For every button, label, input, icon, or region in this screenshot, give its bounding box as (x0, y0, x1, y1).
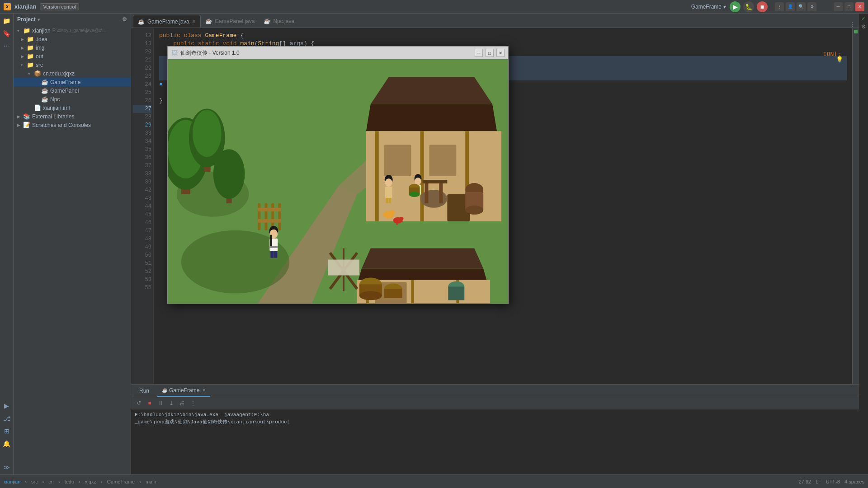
print-button[interactable]: 🖨 (178, 399, 186, 407)
tree-item-scratches[interactable]: ▶ 📝 Scratches and Consoles (14, 121, 131, 129)
gutter-indicator (854, 30, 858, 33)
game-minimize-button[interactable]: ─ (475, 49, 483, 57)
breadcrumb-xianjian[interactable]: xianjian (4, 479, 20, 484)
svg-rect-34 (411, 280, 414, 303)
game-maximize-button[interactable]: □ (486, 49, 494, 57)
chevron-down-icon: ▾ (38, 17, 40, 22)
more-button[interactable]: ⋮ (775, 2, 784, 11)
tree-item-gameframe[interactable]: ☕ GameFrame (14, 78, 131, 86)
breadcrumb-gameframe[interactable]: GameFrame (107, 479, 135, 484)
line-separator[interactable]: LF (816, 479, 821, 484)
arrow-icon: ▶ (21, 37, 25, 42)
tree-label: Scratches and Consoles (32, 122, 91, 128)
breadcrumb-src[interactable]: src (31, 479, 38, 484)
breadcrumb-tedu[interactable]: tedu (65, 479, 74, 484)
svg-point-61 (409, 192, 420, 197)
svg-rect-50 (270, 235, 272, 246)
breadcrumb-main[interactable]: main (146, 479, 156, 484)
git-icon[interactable]: ⎇ (1, 413, 12, 424)
version-control-button[interactable]: Version control (40, 3, 79, 10)
tab-close-icon[interactable]: ✕ (192, 19, 196, 24)
terminal-icon[interactable]: ⊞ (1, 426, 12, 436)
project-icon[interactable]: 📁 (1, 15, 12, 26)
editor-container: ☕ GameFrame.java ✕ ☕ GamePanel.java ☕ Np… (131, 14, 859, 474)
svg-rect-16 (264, 203, 267, 230)
run-button[interactable]: ▶ (730, 1, 741, 12)
breadcrumb-xjqxz[interactable]: xjqxz (85, 479, 96, 484)
game-scene-svg (168, 59, 508, 303)
code-area: 12 13 20 21 22 23 24 25 26 27 28 29 33 3… (131, 28, 859, 384)
checkmark-icon[interactable]: ✓ (861, 15, 866, 22)
close-button[interactable]: ✕ (855, 2, 864, 11)
terminal-line: E:\hadluo\jdk17\bin\java.exe -javaagent:… (135, 411, 855, 418)
tab-close-icon[interactable]: ✕ (202, 388, 206, 393)
bottom-panel: Run ☕ GameFrame ✕ ↺ ■ ⏸ ⤓ 🖨 ⋮ E:\hadluo\… (131, 384, 859, 474)
tree-item-gamepanel[interactable]: ☕ GamePanel (14, 86, 131, 95)
settings-button[interactable]: ⚙ (807, 2, 816, 11)
encoding[interactable]: UTF-8 (826, 479, 840, 484)
bookmarks-icon[interactable]: 🔖 (1, 28, 12, 39)
tree-item-src[interactable]: ▾ 📁 src (14, 61, 131, 69)
svg-rect-38 (425, 181, 428, 203)
svg-rect-73 (328, 260, 359, 276)
breadcrumb-sep: › (25, 479, 27, 484)
debug-button[interactable]: 🐛 (743, 1, 754, 12)
folder-icon: 📁 (23, 27, 30, 34)
right-gutter (852, 28, 859, 384)
suspend-button[interactable]: ⏸ (156, 399, 165, 407)
tab-bar: ☕ GameFrame.java ✕ ☕ GamePanel.java ☕ Np… (131, 14, 859, 28)
tree-item-iml[interactable]: 📄 xianjian.iml (14, 103, 131, 112)
java-file-icon: ☕ (41, 79, 48, 85)
tab-run[interactable]: Run (135, 385, 154, 397)
svg-rect-40 (423, 180, 448, 183)
tree-item-idea[interactable]: ▶ 📁 .idea (14, 35, 131, 43)
stop-button[interactable]: ■ (757, 1, 768, 12)
cursor-position[interactable]: 27:62 (798, 479, 811, 484)
sidebar-gear-icon[interactable]: ⚙ (122, 16, 127, 23)
svg-point-57 (415, 178, 421, 185)
tab-gameframe[interactable]: ☕ GameFrame.java ✕ (133, 15, 201, 28)
tree-item-extlib[interactable]: ▶ 📚 External Libraries (14, 112, 131, 121)
stop-button[interactable]: ■ (146, 399, 154, 407)
more-button[interactable]: ⋮ (189, 399, 197, 407)
tree-item-root[interactable]: ▾ 📁 xianjian E:\xianyu_game\java@x\... (14, 26, 131, 35)
svg-rect-20 (258, 219, 281, 223)
arrow-icon: ▾ (28, 71, 33, 76)
game-window-icon: 🖼 (171, 49, 178, 56)
toolbar-right: ⋮ 👤 🔍 ⚙ ─ □ ✕ (775, 2, 864, 11)
tree-item-package[interactable]: ▾ 📦 cn.tedu.xjqxz (14, 69, 131, 78)
game-window[interactable]: 🖼 仙剑奇侠传 - Version 1.0 ─ □ ✕ (167, 46, 509, 304)
tab-more-button[interactable]: ⋮ (848, 21, 857, 28)
tab-label: GameFrame.java (147, 19, 189, 25)
tree-item-img[interactable]: ▶ 📁 img (14, 43, 131, 52)
tree-item-out[interactable]: ▶ 📁 out (14, 52, 131, 61)
users-button[interactable]: 👤 (786, 2, 795, 11)
game-close-button[interactable]: ✕ (496, 49, 505, 57)
scroll-end-button[interactable]: ⤓ (167, 399, 175, 407)
tab-gameframe-run[interactable]: ☕ GameFrame ✕ (157, 385, 210, 397)
breadcrumb-sep: › (79, 479, 80, 484)
indent-info[interactable]: 4 spaces (844, 479, 864, 484)
event-log-icon[interactable]: 🔔 (1, 438, 12, 449)
svg-point-12 (193, 110, 222, 157)
tab-npc[interactable]: ☕ Npc.java (259, 15, 299, 28)
right-settings-icon[interactable]: ⚙ (861, 23, 866, 30)
minimize-button[interactable]: ─ (834, 2, 843, 11)
more-tools-icon[interactable]: ⋯ (1, 41, 12, 52)
run-icon[interactable]: ▶ (1, 400, 12, 411)
tree-label: GamePanel (50, 88, 79, 94)
tree-label: Npc (50, 96, 60, 103)
breadcrumb-cn[interactable]: cn (48, 479, 54, 484)
app-name: GameFrame ▾ (691, 4, 726, 10)
svg-rect-53 (385, 187, 392, 198)
svg-rect-27 (384, 145, 411, 176)
arrow-icon: ▶ (17, 114, 22, 119)
expand-icon[interactable]: ≫ (1, 462, 12, 473)
chevron-down-icon[interactable]: ▾ (723, 4, 726, 10)
svg-rect-39 (439, 181, 443, 203)
tree-item-npc[interactable]: ☕ Npc (14, 95, 131, 103)
maximize-button[interactable]: □ (844, 2, 854, 11)
tab-gamepanel[interactable]: ☕ GamePanel.java (201, 15, 259, 28)
restart-button[interactable]: ↺ (135, 399, 143, 407)
search-button[interactable]: 🔍 (797, 2, 806, 11)
